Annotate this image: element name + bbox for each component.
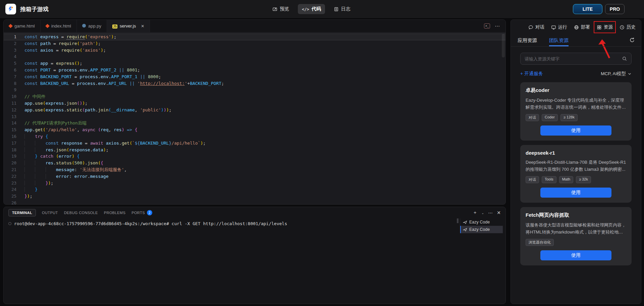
use-button[interactable]: 使用 xyxy=(540,250,611,260)
code-line[interactable]: 5const app = express(); xyxy=(4,60,505,67)
resource-card: Fetch网页内容抓取该服务器使大型语言模型能够检索和处理网页内容，将HTML转… xyxy=(520,207,632,265)
use-button[interactable]: 使用 xyxy=(540,125,611,136)
code-line[interactable]: 16 try { xyxy=(4,133,505,140)
terminal-dropdown-icon[interactable]: ⌄ xyxy=(481,211,484,215)
terminal-more-icon[interactable]: ⋯ xyxy=(488,210,493,215)
code-line[interactable]: 17 const response = await axios.get(`${B… xyxy=(4,140,505,147)
card-tags: 对话Coder≥ 128k xyxy=(526,114,626,121)
new-terminal-icon[interactable]: ＋ xyxy=(473,210,477,216)
editor-more-icon[interactable]: ⋯ xyxy=(495,23,500,29)
run-icon xyxy=(551,25,556,30)
search-input[interactable] xyxy=(525,56,622,61)
card-tag: Tools xyxy=(542,176,556,183)
line-number: 9 xyxy=(4,87,24,93)
panel-nav-部署[interactable]: 部署 xyxy=(574,24,590,30)
line-number: 2 xyxy=(4,40,24,47)
card-tag: ≥ 128k xyxy=(560,114,578,121)
line-number: 6 xyxy=(4,67,24,73)
refresh-icon[interactable] xyxy=(629,37,635,43)
code-line[interactable]: 26 xyxy=(4,200,505,205)
code-line[interactable]: 12app.use(express.static(path.join(__dir… xyxy=(4,107,505,113)
editor-tab-server.js[interactable]: JSserver.js✕ xyxy=(107,20,150,32)
panel-nav-历史[interactable]: 历史 xyxy=(620,24,636,30)
editor-tab-index.html[interactable]: index.html xyxy=(41,20,77,32)
code-line[interactable]: 1const express = require('express'); xyxy=(4,34,505,40)
code-line[interactable]: 8const BACKEND_URL = process.env.API_URL… xyxy=(4,80,505,87)
line-number: 25 xyxy=(4,193,24,200)
line-number: 3 xyxy=(4,47,24,54)
open-terminal-icon[interactable]: >_ xyxy=(484,23,490,29)
line-number: 20 xyxy=(4,160,24,166)
code-icon: </> xyxy=(302,6,309,12)
code-line[interactable]: 20 res.status(500).json({ xyxy=(4,160,505,166)
card-tag: ≥ 32k xyxy=(576,176,591,183)
line-number: 8 xyxy=(4,80,24,87)
code-line[interactable]: 23 }); xyxy=(4,180,505,187)
code-line[interactable]: 13 xyxy=(4,113,505,120)
terminal-side-panel: ＋ ⌄ ⋯ ✕ Eazy CodeEazy Code xyxy=(460,209,503,233)
code-line[interactable]: 18 res.json(response.data); xyxy=(4,147,505,153)
resource-card: deepseek-r1DeepSeek-R1-Distill-Llama-70B… xyxy=(520,145,632,203)
code-line[interactable]: 9 xyxy=(4,87,505,93)
search-icon[interactable] xyxy=(622,56,627,61)
card-tag: 浏览器自动化 xyxy=(526,239,554,246)
page-title: 推箱子游戏 xyxy=(20,5,49,13)
top-bar: 推箱子游戏 预览</>代码日志 LITEPRO xyxy=(0,0,644,18)
terminal-session-item[interactable]: Eazy Code xyxy=(460,218,503,226)
editor-tabstrip: game.htmlindex.htmlapp.pyJSserver.js✕ >_… xyxy=(4,20,505,33)
editor-tab-game.html[interactable]: game.html xyxy=(4,20,41,32)
code-line[interactable]: 3const axios = require('axios'); xyxy=(4,47,505,54)
line-number: 21 xyxy=(4,166,24,173)
code-line[interactable]: 15app.get('/api/hello', async (req, res)… xyxy=(4,126,505,133)
code-line[interactable]: 4 xyxy=(4,53,505,60)
code-line[interactable]: 14// 代理API请求到Python后端 xyxy=(4,120,505,126)
panel-nav-资源[interactable]: 资源 xyxy=(597,24,613,30)
editor-tab-app.py[interactable]: app.py xyxy=(77,20,107,32)
line-number: 26 xyxy=(4,200,24,205)
code-area[interactable]: 1const express = require('express');2con… xyxy=(4,33,505,205)
terminal-session-item[interactable]: Eazy Code xyxy=(460,226,503,233)
panel-nav-对话[interactable]: 对话 xyxy=(528,24,544,30)
card-tag: 对话 xyxy=(526,114,539,121)
app-logo[interactable] xyxy=(5,4,16,14)
use-button[interactable]: 使用 xyxy=(540,188,611,198)
code-line[interactable]: 21 message: '无法连接到后端服务', xyxy=(4,166,505,173)
terminal-output-line[interactable]: root@dev-app-4c68cc-1757990596-77d6d86d4… xyxy=(4,218,505,226)
card-tag: Math xyxy=(559,176,573,183)
line-number: 16 xyxy=(4,133,24,140)
terminal-tab-terminal[interactable]: TERMINAL xyxy=(8,209,36,216)
code-line[interactable]: 22 error: error.message xyxy=(4,173,505,180)
card-description: 该服务器使大型语言模型能够检索和处理网页内容，将HTML转换为markdown格… xyxy=(526,221,626,236)
view-tab-代码[interactable]: </>代码 xyxy=(298,4,325,14)
terminal-tab-problems[interactable]: PROBLEMS xyxy=(104,211,125,215)
resource-search xyxy=(520,53,632,65)
code-line[interactable]: 7const BACKEND_PORT = process.env.APP_PO… xyxy=(4,73,505,80)
file-icon-html xyxy=(9,23,12,29)
terminal-scrollbar[interactable] xyxy=(457,218,459,223)
editor-scrollbar[interactable] xyxy=(502,34,505,57)
line-number: 13 xyxy=(4,113,24,120)
open-service-link[interactable]: + 开通服务 xyxy=(520,71,543,77)
close-panel-icon[interactable]: ✕ xyxy=(497,210,501,215)
view-tab-日志[interactable]: 日志 xyxy=(330,4,355,14)
terminal-tab-output[interactable]: OUTPUT xyxy=(42,211,58,215)
resources-tab-应用资源[interactable]: 应用资源 xyxy=(518,37,537,46)
code-line[interactable]: 25}); xyxy=(4,193,505,200)
resources-tab-团队资源[interactable]: 团队资源 xyxy=(549,37,569,46)
terminal-panel: TERMINALOUTPUTDEBUG CONSOLEPROBLEMSPORTS… xyxy=(3,207,506,304)
code-line[interactable]: 11app.use(express.json()); xyxy=(4,100,505,107)
code-line[interactable]: 2const path = require('path'); xyxy=(4,40,505,47)
code-line[interactable]: 10// 中间件 xyxy=(4,93,505,100)
close-icon[interactable]: ✕ xyxy=(141,24,144,29)
code-line[interactable]: 6const PORT = process.env.APP_PORT_2 || … xyxy=(4,67,505,73)
plan-button-lite[interactable]: LITE xyxy=(573,4,602,14)
terminal-tab-ports[interactable]: PORTS2 xyxy=(131,210,152,215)
code-line[interactable]: 24 } xyxy=(4,186,505,193)
category-filter[interactable]: MCP, AI模型 xyxy=(601,71,632,77)
editor-tabs: game.htmlindex.htmlapp.pyJSserver.js✕ xyxy=(4,20,150,32)
view-tab-预览[interactable]: 预览 xyxy=(268,4,293,14)
terminal-tab-debug-console[interactable]: DEBUG CONSOLE xyxy=(64,211,98,215)
code-line[interactable]: 19 } catch (error) { xyxy=(4,153,505,160)
plan-button-pro[interactable]: PRO xyxy=(605,4,625,14)
panel-nav-运行[interactable]: 运行 xyxy=(551,24,567,30)
